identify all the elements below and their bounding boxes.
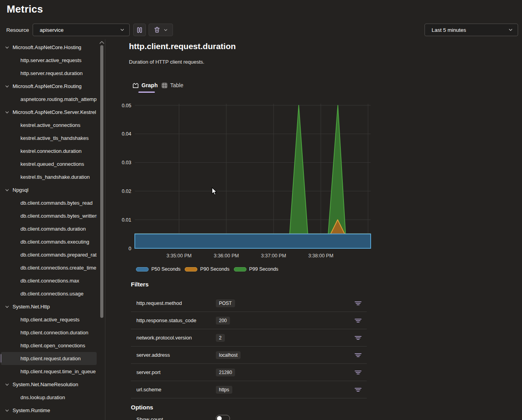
sidebar-row-label: System.Net.Http xyxy=(13,304,50,310)
sidebar-item-db.client.commands.duration[interactable]: db.client.commands.duration xyxy=(0,222,97,235)
filter-value-badge: localhost xyxy=(216,351,241,359)
filter-icon[interactable] xyxy=(355,370,362,375)
sidebar-row-label: db.client.commands.executing xyxy=(20,239,89,245)
legend-label: P99 Seconds xyxy=(249,266,278,272)
chevron-down-icon xyxy=(508,28,513,32)
chevron-down-icon xyxy=(5,188,9,193)
sidebar-item-kestrel.connection.duration[interactable]: kestrel.connection.duration xyxy=(0,145,97,158)
sidebar-item-db.client.commands.bytes_read[interactable]: db.client.commands.bytes_read xyxy=(0,196,97,209)
sidebar-item-http.client.request.duration[interactable]: http.client.request.duration xyxy=(1,352,97,365)
x-tick-label: 3:37:00 PM xyxy=(261,253,286,259)
filter-icon[interactable] xyxy=(355,352,362,358)
pause-icon xyxy=(137,27,142,33)
legend-item-p90-seconds[interactable]: P90 Seconds xyxy=(185,266,229,272)
filter-name: server.address xyxy=(136,352,216,358)
sidebar-row-label: kestrel.connection.duration xyxy=(20,148,81,154)
metrics-tree-sidebar: Microsoft.AspNetCore.Hostinghttp.server.… xyxy=(0,39,105,420)
filter-name: http.request.method xyxy=(136,300,216,306)
sidebar-item-aspnetcore.routing.match_attempts[interactable]: aspnetcore.routing.match_attempts xyxy=(0,93,97,106)
metric-description: Duration of HTTP client requests. xyxy=(129,59,204,65)
sidebar-row-label: db.client.connections.create_time xyxy=(20,265,96,271)
show-count-toggle[interactable] xyxy=(216,415,230,420)
sidebar-row-label: Npgsql xyxy=(13,187,28,193)
sidebar-row-label: aspnetcore.routing.match_attempts xyxy=(20,96,97,102)
time-range-select[interactable]: Last 5 minutes xyxy=(425,24,518,36)
sidebar-item-http.client.request.time_in_queue[interactable]: http.client.request.time_in_queue xyxy=(0,365,97,378)
sidebar-group-System.Runtime[interactable]: System.Runtime xyxy=(0,404,97,417)
pause-button[interactable] xyxy=(133,24,146,36)
sidebar-group-System.Net.NameResolution[interactable]: System.Net.NameResolution xyxy=(0,378,97,391)
sidebar-item-db.client.connections.max[interactable]: db.client.connections.max xyxy=(0,274,97,287)
sidebar-item-dns.lookup.duration[interactable]: dns.lookup.duration xyxy=(0,391,97,404)
y-tick-label: 0.03 xyxy=(122,160,131,165)
series-p50-seconds xyxy=(135,234,371,248)
chevron-down-icon xyxy=(164,28,168,32)
sidebar-item-http.server.request.duration[interactable]: http.server.request.duration xyxy=(0,67,97,80)
sidebar-item-db.client.connections.create_time[interactable]: db.client.connections.create_time xyxy=(0,261,97,274)
sidebar-row-label: Microsoft.AspNetCore.Routing xyxy=(13,83,82,89)
sidebar-row-label: System.Runtime xyxy=(13,407,50,413)
sidebar-row-label: http.client.request.time_in_queue xyxy=(20,369,96,374)
filter-icon[interactable] xyxy=(355,387,362,392)
sidebar-item-db.client.commands.executing[interactable]: db.client.commands.executing xyxy=(0,235,97,248)
sidebar-item-kestrel.tls_handshake.duration[interactable]: kestrel.tls_handshake.duration xyxy=(0,171,97,183)
filter-value-badge: 2 xyxy=(216,334,225,342)
chevron-down-icon xyxy=(5,110,9,115)
sidebar-row-label: kestrel.tls_handshake.duration xyxy=(20,174,90,180)
metrics-tree: Microsoft.AspNetCore.Hostinghttp.server.… xyxy=(0,41,105,417)
sidebar-scrollbar-thumb[interactable] xyxy=(100,45,103,318)
chevron-down-icon xyxy=(5,408,9,413)
sidebar-item-db.client.commands.prepared_ratio[interactable]: db.client.commands.prepared_ratio xyxy=(0,248,97,261)
options-row: Show count xyxy=(131,415,367,420)
filter-row-http.response.status_code: http.response.status_code200 xyxy=(131,312,367,329)
filter-icon[interactable] xyxy=(355,318,362,323)
y-tick-label: 0.04 xyxy=(122,131,131,137)
filter-name: http.response.status_code xyxy=(136,317,216,323)
tab-graph[interactable]: Graph xyxy=(132,82,158,88)
y-tick-label: 0.01 xyxy=(122,217,131,223)
resource-select[interactable]: apiservice xyxy=(33,24,130,36)
show-count-label: Show count xyxy=(136,415,216,420)
sidebar-item-kestrel.queued_connections[interactable]: kestrel.queued_connections xyxy=(0,158,97,171)
sidebar-row-label: db.client.commands.prepared_ratio xyxy=(20,252,97,258)
scroll-up-icon[interactable] xyxy=(99,40,105,44)
sidebar-item-db.client.commands.bytes_written[interactable]: db.client.commands.bytes_written xyxy=(0,209,97,222)
legend-item-p50-seconds[interactable]: P50 Seconds xyxy=(136,266,180,272)
metrics-chart: 00.010.020.030.040.053:35:00 PM3:36:00 P… xyxy=(118,98,377,263)
remove-metrics-button[interactable] xyxy=(149,24,173,36)
y-tick-label: 0.05 xyxy=(122,103,131,108)
sidebar-group-Microsoft.AspNetCore.Server.Kestrel[interactable]: Microsoft.AspNetCore.Server.Kestrel xyxy=(0,106,97,119)
table-tab-icon xyxy=(162,83,167,88)
sidebar-row-label: dns.lookup.duration xyxy=(20,394,65,400)
x-tick-label: 3:35:00 PM xyxy=(167,253,192,259)
sidebar-row-label: Microsoft.AspNetCore.Hosting xyxy=(13,44,81,50)
sidebar-item-http.client.active_requests[interactable]: http.client.active_requests xyxy=(0,313,97,326)
sidebar-row-label: kestrel.active_connections xyxy=(20,122,80,128)
legend-swatch xyxy=(185,267,197,271)
sidebar-group-Npgsql[interactable]: Npgsql xyxy=(0,183,97,196)
filter-row-server.port: server.port21280 xyxy=(131,364,367,381)
filter-icon[interactable] xyxy=(355,335,362,341)
sidebar-group-Microsoft.AspNetCore.Routing[interactable]: Microsoft.AspNetCore.Routing xyxy=(0,80,97,93)
chevron-down-icon xyxy=(5,45,9,50)
x-tick-label: 3:38:00 PM xyxy=(308,253,333,259)
legend-item-p99-seconds[interactable]: P99 Seconds xyxy=(234,266,278,272)
sidebar-item-http.client.connection.duration[interactable]: http.client.connection.duration xyxy=(0,326,97,339)
sidebar-item-http.server.active_requests[interactable]: http.server.active_requests xyxy=(0,54,97,67)
sidebar-group-Microsoft.AspNetCore.Hosting[interactable]: Microsoft.AspNetCore.Hosting xyxy=(0,41,97,54)
chevron-down-icon xyxy=(5,304,9,309)
filters-table: http.request.methodPOSThttp.response.sta… xyxy=(131,295,367,398)
sidebar-group-System.Net.Http[interactable]: System.Net.Http xyxy=(0,300,97,313)
chevron-down-icon xyxy=(120,28,125,32)
sidebar-item-http.client.open_connections[interactable]: http.client.open_connections xyxy=(0,339,97,352)
sidebar-item-kestrel.active_tls_handshakes[interactable]: kestrel.active_tls_handshakes xyxy=(0,132,97,145)
filter-icon[interactable] xyxy=(355,301,362,306)
filter-row-url.scheme: url.schemehttps xyxy=(131,381,367,398)
chart-canvas: 00.010.020.030.040.053:35:00 PM3:36:00 P… xyxy=(118,98,377,263)
toggle-knob xyxy=(217,416,222,420)
filter-value-badge: POST xyxy=(216,299,235,307)
sidebar-row-label: http.server.request.duration xyxy=(20,70,83,76)
sidebar-item-kestrel.active_connections[interactable]: kestrel.active_connections xyxy=(0,119,97,132)
tab-table[interactable]: Table xyxy=(162,82,183,88)
sidebar-item-db.client.connections.usage[interactable]: db.client.connections.usage xyxy=(0,287,97,300)
